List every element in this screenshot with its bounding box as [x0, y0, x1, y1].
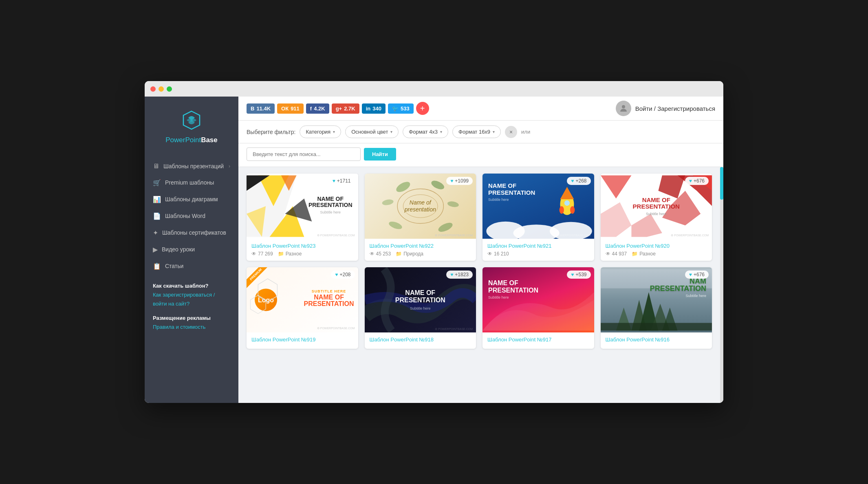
sidebar-item-label: Premium шаблоны	[165, 179, 214, 186]
template-card-917[interactable]: NAME OFPRESENTATION Subtitle here ♥ +539…	[482, 267, 594, 349]
card-920-watermark: ⚙ POWERPOINTBASE.COM	[671, 234, 709, 237]
like-badge-918[interactable]: ♥ +1823	[446, 271, 473, 279]
sidebar-item-premium[interactable]: 🛒 Premium шаблоны	[145, 174, 238, 191]
svg-marker-32	[258, 279, 277, 302]
svg-marker-20	[560, 187, 574, 199]
gplus-icon: g+	[336, 106, 342, 112]
dot-green[interactable]	[167, 86, 172, 92]
card-921-watermark: ⚙ POWERPOINTBASE.COM	[553, 234, 591, 237]
like-badge-921[interactable]: ♥ +268	[567, 177, 590, 185]
ok-button[interactable]: ОК 911	[277, 103, 304, 114]
register-link[interactable]: Как зарегистрироваться / войти на сайт?	[153, 290, 230, 308]
ok-count: 911	[291, 106, 300, 112]
card-title-920: Шаблон PowerPoint №920	[606, 243, 707, 249]
heart-icon: ♥	[450, 272, 453, 277]
search-button[interactable]: Найти	[364, 148, 396, 161]
card-meta-922: 👁 45 253 📁 Природа	[370, 251, 471, 257]
sidebar-item-articles[interactable]: 📋 Статьи	[145, 258, 238, 275]
search-input[interactable]	[247, 147, 361, 161]
card-meta-923: 👁 77 269 📁 Разное	[251, 251, 353, 257]
card-info-921: Шаблон PowerPoint №921 👁 16 210	[482, 239, 594, 261]
card-918-subtitle: Subtitle here	[395, 306, 445, 310]
sidebar-nav: 🖥 Шаблоны презентаций › 🛒 Premium шаблон…	[145, 158, 238, 275]
category-920: 📁 Разное	[632, 251, 656, 257]
chevron-down-icon: ▾	[390, 130, 392, 134]
ads-link[interactable]: Правила и стоимость	[153, 323, 230, 332]
heart-icon: ♥	[689, 178, 692, 184]
card-921-name: NAME OFPRESENTATION	[488, 183, 535, 196]
sidebar-footer: Как скачать шаблон? Как зарегистрировать…	[145, 283, 238, 332]
social-plus-button[interactable]: +	[416, 102, 429, 115]
like-badge-919[interactable]: ♥ +208	[331, 271, 355, 279]
gplus-count: 2.7K	[344, 106, 355, 112]
like-badge-917[interactable]: ♥ +539	[567, 271, 590, 279]
like-count-922: +1099	[455, 178, 469, 184]
sidebar-item-video[interactable]: ▶ Видео уроки	[145, 241, 238, 258]
fb-button[interactable]: f 4.2K	[306, 103, 329, 114]
chevron-down-icon: ▾	[493, 130, 495, 134]
ok-icon: ОК	[281, 106, 289, 112]
card-thumb-923: NAME OFPRESENTATION Subtitle here ⚙ POWE…	[247, 174, 358, 239]
main-area: В 11.4K ОК 911 f 4.2K g+ 2.7K	[238, 97, 723, 403]
dot-red[interactable]	[150, 86, 156, 92]
template-card-918[interactable]: NAME OFPRESENTATION Subtitle here ⚙ POWE…	[365, 267, 476, 349]
card-916-name: NAMPRESENTATION	[650, 277, 706, 292]
heart-icon: ♥	[689, 272, 692, 277]
svg-point-0	[622, 105, 625, 108]
vk-button[interactable]: В 11.4K	[247, 103, 275, 114]
avatar-icon	[616, 101, 631, 116]
card-thumb-922: Name ofpresentation ⚙ POWERPOINTBASE.COM…	[365, 174, 476, 239]
views-920: 👁 44 937	[606, 251, 627, 257]
card-meta-921: 👁 16 210	[487, 251, 589, 257]
like-badge-923[interactable]: ♥ +1711	[328, 177, 355, 185]
filter-remove-button[interactable]: ×	[505, 126, 517, 138]
logo-icon	[179, 108, 204, 132]
sidebar-item-label: Шаблоны презентаций	[163, 163, 224, 169]
template-card-920[interactable]: NAME OFPRESENTATION Subtitle here ⚙ POWE…	[601, 174, 712, 261]
gplus-button[interactable]: g+ 2.7K	[332, 103, 359, 114]
filter-format-16x9[interactable]: Формат 16х9 ▾	[452, 125, 501, 138]
card-919-watermark: ⚙ POWERPOINTBASE.COM	[317, 327, 355, 330]
filter-color[interactable]: Основной цвет ▾	[345, 125, 399, 138]
like-badge-922[interactable]: ♥ +1099	[446, 177, 473, 185]
heart-icon: ♥	[571, 272, 574, 277]
ads-title: Размещение рекламы	[153, 315, 230, 321]
sidebar-item-label: Шаблоны Word	[165, 213, 205, 219]
auth-button[interactable]: Войти / Зарегистрироваться	[616, 101, 715, 116]
sidebar-item-certificates[interactable]: ✦ Шаблоны сертификатов	[145, 224, 238, 241]
card-info-917: Шаблон PowerPoint №917	[482, 332, 594, 349]
views-921: 👁 16 210	[487, 251, 509, 257]
card-918-watermark: ⚙ POWERPOINTBASE.COM	[435, 328, 473, 331]
scrollbar-thumb[interactable]	[720, 167, 723, 200]
tw-button[interactable]: 🐦 533	[388, 103, 414, 114]
sidebar-item-word[interactable]: 📄 Шаблоны Word	[145, 208, 238, 224]
filter-format-4x3[interactable]: Формат 4х3 ▾	[403, 125, 448, 138]
card-thumb-918: NAME OFPRESENTATION Subtitle here ⚙ POWE…	[365, 267, 476, 332]
like-badge-920[interactable]: ♥ +676	[685, 177, 709, 185]
card-918-name: NAME OFPRESENTATION	[395, 289, 445, 304]
card-923-subtitle: Subtitle here	[308, 210, 352, 214]
card-meta-920: 👁 44 937 📁 Разное	[606, 251, 707, 257]
chevron-right-icon: ›	[229, 163, 230, 169]
template-card-923[interactable]: NAME OFPRESENTATION Subtitle here ⚙ POWE…	[247, 174, 358, 261]
tw-count: 533	[401, 106, 410, 112]
sidebar-item-diagrams[interactable]: 📊 Шаблоны диаграмм	[145, 191, 238, 208]
svg-point-22	[570, 206, 575, 214]
article-icon: 📋	[153, 262, 161, 270]
logo-area: PowerPointBase	[145, 97, 238, 154]
card-thumb-921: NAME OFPRESENTATION Subtitle here ⚙ POWE…	[482, 174, 594, 239]
svg-point-21	[560, 206, 564, 214]
template-card-919[interactable]: PREMIUM Logo	[247, 267, 358, 349]
template-card-922[interactable]: Name ofpresentation ⚙ POWERPOINTBASE.COM…	[365, 174, 476, 261]
chevron-down-icon: ▾	[333, 130, 335, 134]
sidebar-item-presentations[interactable]: 🖥 Шаблоны презентаций ›	[145, 158, 238, 174]
like-badge-916[interactable]: ♥ +676	[685, 271, 709, 279]
template-card-921[interactable]: NAME OFPRESENTATION Subtitle here ⚙ POWE…	[482, 174, 594, 261]
card-info-918: Шаблон PowerPoint №918	[365, 332, 476, 349]
template-card-916[interactable]: NAMPRESENTATION Subtitle here ♥ +676 Шаб…	[601, 267, 712, 349]
scrollbar-track[interactable]	[720, 167, 723, 403]
filter-category[interactable]: Категория ▾	[300, 125, 341, 138]
card-title-921: Шаблон PowerPoint №921	[487, 243, 589, 249]
li-button[interactable]: in 340	[362, 103, 386, 114]
dot-yellow[interactable]	[159, 86, 164, 92]
